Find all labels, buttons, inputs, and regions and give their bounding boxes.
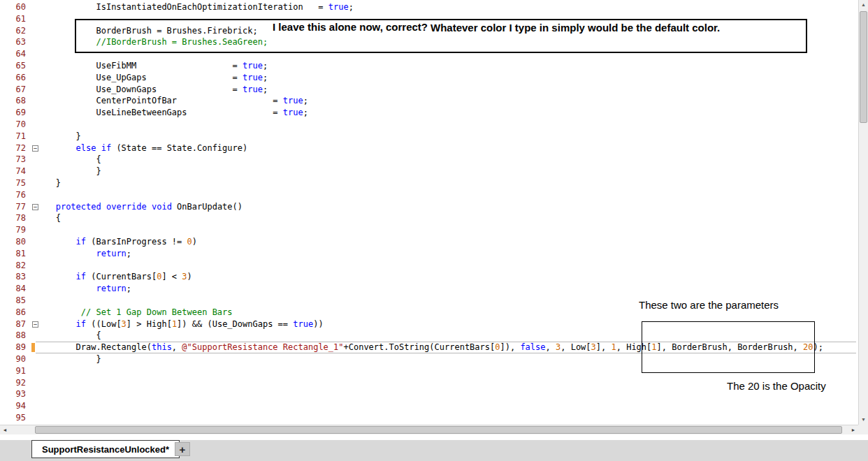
bottom-gap-strip: [0, 434, 868, 440]
fold-column: [31, 353, 41, 365]
line-number: 66: [0, 72, 31, 84]
code-text: }: [41, 131, 858, 142]
code-line[interactable]: 68 CenterPointOfBar = true;: [0, 95, 858, 107]
line-number: 94: [0, 400, 31, 412]
scroll-left-icon[interactable]: ◄: [0, 425, 10, 434]
fold-column: [31, 400, 41, 412]
horizontal-scrollbar[interactable]: ◄ ►: [0, 425, 858, 434]
fold-column: [31, 307, 41, 319]
fold-column: [31, 72, 41, 84]
new-tab-button[interactable]: +: [175, 442, 190, 456]
code-text: if (CurrentBars[0] < 3): [41, 271, 858, 283]
line-number: 79: [0, 224, 31, 236]
line-number: 61: [0, 13, 31, 25]
fold-column: −: [31, 201, 41, 213]
scroll-down-icon[interactable]: ▼: [859, 415, 868, 425]
fold-column: [31, 177, 41, 189]
line-number: 88: [0, 330, 31, 342]
tab-supportresistanceunlocked[interactable]: SupportResistanceUnlocked*: [31, 440, 180, 458]
code-line[interactable]: 69 UseLineBetweenGaps = true;: [0, 107, 858, 119]
code-line[interactable]: 84 return;: [0, 283, 858, 295]
line-number: 73: [0, 154, 31, 166]
fold-column: [31, 13, 41, 25]
code-line[interactable]: 83 if (CurrentBars[0] < 3): [0, 271, 858, 283]
fold-column: [31, 295, 41, 307]
fold-column: [31, 107, 41, 119]
code-line[interactable]: 65 UseFibMM = true;: [0, 60, 858, 72]
fold-column: [31, 377, 41, 389]
line-number: 77: [0, 201, 31, 213]
code-text: [41, 260, 858, 272]
code-line[interactable]: 73 {: [0, 154, 858, 166]
fold-column: [31, 131, 41, 142]
fold-column: [31, 154, 41, 166]
fold-column: [31, 388, 41, 400]
code-line[interactable]: 81 return;: [0, 248, 858, 260]
fold-column: [31, 224, 41, 236]
fold-column: −: [31, 319, 41, 330]
code-line[interactable]: 71 }: [0, 131, 858, 142]
fold-column: [31, 236, 41, 248]
fold-column: −: [31, 142, 41, 154]
code-text: {: [41, 154, 858, 166]
code-text: if (BarsInProgress != 0): [41, 236, 858, 248]
fold-column: [31, 48, 41, 60]
code-line[interactable]: 72− else if (State == State.Configure): [0, 142, 858, 154]
line-number: 81: [0, 248, 31, 260]
scroll-right-icon[interactable]: ►: [848, 425, 858, 434]
code-line[interactable]: 66 Use_UpGaps = true;: [0, 72, 858, 84]
code-line[interactable]: 70: [0, 119, 858, 131]
code-line[interactable]: 76: [0, 189, 858, 201]
code-line[interactable]: 74 }: [0, 166, 858, 177]
code-text: [41, 189, 858, 201]
code-line[interactable]: 94: [0, 400, 858, 412]
code-line[interactable]: 77− protected override void OnBarUpdate(…: [0, 201, 858, 213]
code-line[interactable]: 80 if (BarsInProgress != 0): [0, 236, 858, 248]
fold-column: [31, 412, 41, 424]
horizontal-scrollbar-thumb[interactable]: [35, 426, 842, 434]
line-number: 78: [0, 212, 31, 224]
collapse-region-icon[interactable]: −: [32, 204, 38, 210]
code-line[interactable]: 95: [0, 412, 858, 424]
code-text: else if (State == State.Configure): [41, 142, 858, 154]
line-number: 80: [0, 236, 31, 248]
code-line[interactable]: 82: [0, 260, 858, 272]
line-number: 67: [0, 84, 31, 96]
code-text: return;: [41, 248, 858, 260]
line-number: 90: [0, 353, 31, 365]
code-line[interactable]: 79: [0, 224, 858, 236]
line-number: 71: [0, 131, 31, 142]
scroll-up-icon[interactable]: ▲: [859, 0, 868, 10]
code-text: return;: [41, 283, 858, 295]
code-text: CenterPointOfBar = true;: [41, 95, 858, 107]
annotation-note-1: I leave this alone now, correct?: [273, 21, 428, 33]
code-text: UseLineBetweenGaps = true;: [41, 107, 858, 119]
code-line[interactable]: 60 IsInstantiatedOnEachOptimizationItera…: [0, 1, 858, 13]
code-text: }: [41, 177, 858, 189]
line-number: 74: [0, 166, 31, 177]
fold-column: [31, 84, 41, 96]
code-line[interactable]: 75 }: [0, 177, 858, 189]
fold-column: [31, 1, 41, 13]
line-number: 62: [0, 25, 31, 37]
collapse-region-icon[interactable]: −: [32, 145, 38, 152]
line-number: 63: [0, 36, 31, 48]
line-number: 75: [0, 177, 31, 189]
code-line[interactable]: 78 {: [0, 212, 858, 224]
code-editor[interactable]: 60 IsInstantiatedOnEachOptimizationItera…: [0, 0, 858, 425]
fold-column: [31, 283, 41, 295]
fold-column: [31, 212, 41, 224]
fold-column: [31, 342, 41, 353]
code-text: }: [41, 166, 858, 177]
vertical-scrollbar[interactable]: ▲ ▼: [858, 0, 868, 425]
line-number: 84: [0, 283, 31, 295]
line-number: 92: [0, 377, 31, 389]
tab-bar: SupportResistanceUnlocked* +: [0, 440, 868, 461]
vertical-scrollbar-thumb[interactable]: [860, 11, 867, 123]
code-text: [41, 224, 858, 236]
collapse-region-icon[interactable]: −: [32, 321, 38, 328]
fold-column: [31, 60, 41, 72]
line-number: 72: [0, 142, 31, 154]
code-text: Use_UpGaps = true;: [41, 72, 858, 84]
code-line[interactable]: 67 Use_DownGaps = true;: [0, 84, 858, 96]
